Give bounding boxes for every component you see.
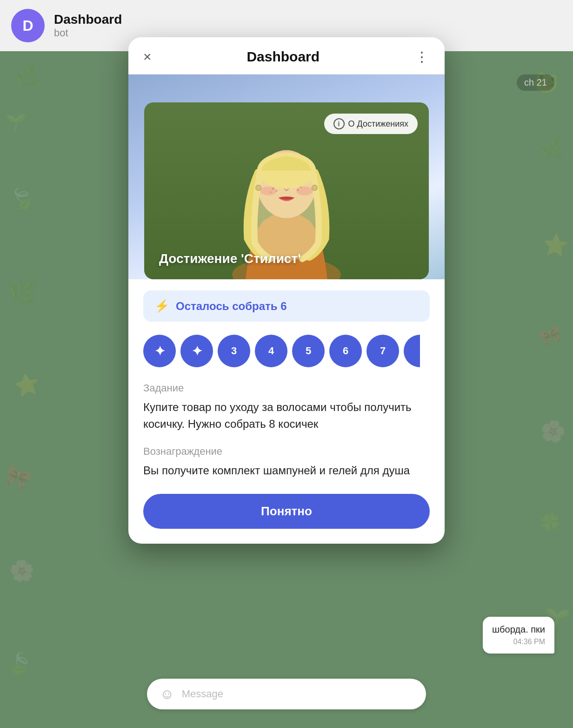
bot-info: Dashboard bot bbox=[54, 12, 122, 39]
step-1: ✦ bbox=[143, 335, 176, 367]
task-label: Задание bbox=[143, 382, 430, 394]
date-label: ch 21 bbox=[517, 74, 554, 91]
svg-point-14 bbox=[297, 189, 299, 191]
card-body: ⚡ Осталось собрать 6 ✦ ✦ 3 4 5 6 7 Задан… bbox=[128, 279, 445, 529]
svg-point-12 bbox=[276, 190, 278, 192]
reward-label: Вознаграждение bbox=[143, 445, 430, 458]
emoji-icon[interactable]: ☺ bbox=[160, 686, 174, 702]
svg-point-11 bbox=[272, 188, 274, 190]
bot-name: Dashboard bbox=[54, 12, 122, 27]
svg-point-10 bbox=[296, 186, 313, 195]
achievement-badge[interactable]: i О Достижениях bbox=[324, 114, 418, 134]
svg-point-15 bbox=[300, 186, 302, 188]
modal-title: Dashboard bbox=[247, 49, 320, 65]
step-4: 4 bbox=[255, 335, 287, 367]
step-partial bbox=[404, 335, 420, 367]
task-section: Задание Купите товар по уходу за волосам… bbox=[143, 382, 430, 432]
step-2: ✦ bbox=[180, 335, 213, 367]
message-bar: ☺ Message bbox=[147, 679, 426, 709]
avatar: D bbox=[11, 9, 45, 42]
message-input[interactable]: Message bbox=[182, 688, 413, 700]
banner-title: Достижение 'Стилист' bbox=[159, 251, 301, 266]
chat-message-text: шборда. пки bbox=[492, 624, 545, 635]
achievement-badge-label: О Достижениях bbox=[348, 119, 409, 129]
step-6: 6 bbox=[329, 335, 362, 367]
chat-time: 04:36 PM bbox=[492, 638, 545, 646]
step-7: 7 bbox=[366, 335, 399, 367]
reward-text: Вы получите комплект шампуней и гелей дл… bbox=[143, 462, 430, 479]
task-text: Купите товар по уходу за волосами чтобы … bbox=[143, 399, 430, 432]
step-3: 3 bbox=[218, 335, 250, 367]
bot-sub: bot bbox=[54, 27, 122, 39]
svg-point-17 bbox=[312, 185, 318, 190]
progress-section: ⚡ Осталось собрать 6 bbox=[143, 290, 430, 322]
steps-row: ✦ ✦ 3 4 5 6 7 bbox=[143, 335, 430, 367]
reward-section: Вознаграждение Вы получите комплект шамп… bbox=[143, 445, 430, 479]
banner-card: i О Достижениях Достижение 'Стилист' bbox=[144, 102, 429, 279]
modal-header: × Dashboard ⋮ bbox=[128, 37, 445, 74]
progress-text: Осталось собрать 6 bbox=[176, 300, 287, 313]
svg-point-9 bbox=[260, 186, 277, 195]
step-5: 5 bbox=[292, 335, 325, 367]
lightning-icon: ⚡ bbox=[154, 299, 169, 313]
svg-point-13 bbox=[270, 191, 272, 193]
chat-message: шборда. пки 04:36 PM bbox=[483, 617, 554, 654]
close-button[interactable]: × bbox=[143, 50, 152, 64]
svg-point-16 bbox=[256, 185, 261, 190]
info-icon: i bbox=[333, 118, 345, 129]
modal: × Dashboard ⋮ bbox=[128, 37, 445, 544]
banner: i О Достижениях Достижение 'Стилист' bbox=[128, 74, 445, 279]
more-button[interactable]: ⋮ bbox=[415, 48, 430, 65]
confirm-button[interactable]: Понятно bbox=[143, 494, 430, 529]
